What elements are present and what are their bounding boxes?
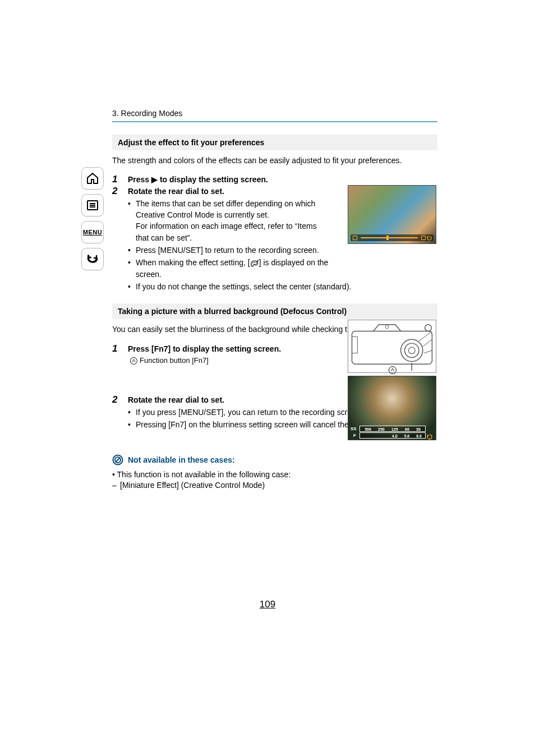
svg-line-18 — [423, 339, 432, 347]
prohibit-icon — [112, 454, 123, 465]
step-number: 2 — [112, 186, 128, 197]
sidebar: MENU — [81, 167, 107, 275]
menu-label: MENU — [83, 229, 102, 236]
slider-right-icon — [421, 236, 426, 240]
sec2-step2-title: Rotate the rear dial to set. — [128, 395, 224, 404]
step2-title: Rotate the rear dial to set. — [128, 187, 224, 196]
effect-slider — [350, 234, 433, 241]
na-line1: This function is not available in the fo… — [117, 470, 291, 479]
section1-intro: The strength and colors of the effects c… — [112, 155, 437, 166]
effect-preview-illustration — [348, 185, 436, 244]
step2-b3-pre: When making the effect setting, [ — [136, 258, 250, 267]
not-available-title: Not available in these cases: — [128, 455, 235, 464]
svg-point-4 — [252, 262, 253, 263]
reset-icon — [426, 432, 433, 437]
svg-point-5 — [254, 261, 255, 262]
section1-title: Adjust the effect to fit your preference… — [112, 135, 437, 150]
svg-line-9 — [116, 458, 120, 462]
chapter-title: 3. Recording Modes — [112, 109, 437, 118]
step2-b4: If you do not change the settings, selec… — [136, 281, 437, 292]
svg-point-6 — [256, 262, 257, 264]
svg-line-17 — [419, 331, 432, 342]
back-icon — [86, 252, 99, 266]
step2-b2: Press [MENU/SET] to return to the record… — [136, 245, 330, 256]
ss-scale: 5002501256030 — [360, 426, 425, 432]
home-icon — [86, 172, 99, 185]
svg-point-14 — [401, 339, 423, 361]
step2-b1b-post: ”. — [187, 233, 192, 242]
slider-left-icon — [353, 236, 357, 240]
f-scale: 4.05.68.0 — [360, 433, 425, 439]
svg-point-13 — [425, 325, 432, 331]
sec2-step1-caption: Function button [Fn7] — [140, 356, 209, 365]
svg-rect-10 — [352, 331, 432, 365]
svg-point-16 — [408, 347, 415, 354]
not-available-block: Not available in these cases: • This fun… — [112, 454, 437, 490]
section2-title: Taking a picture with a blurred backgrou… — [112, 303, 437, 319]
step-number: 1 — [112, 343, 128, 354]
step-number: 1 — [112, 174, 128, 185]
ss-label: SS — [350, 426, 357, 431]
reset-icon — [427, 236, 432, 241]
step2-b1a: The items that can be set differ dependi… — [136, 199, 315, 219]
diagram-callout: A — [389, 366, 396, 374]
home-button[interactable] — [81, 167, 104, 190]
toc-icon — [86, 199, 99, 212]
defocus-preview-illustration: SS F 5002501256030 4.05.68.0 — [348, 376, 436, 440]
caption-marker: A — [130, 357, 137, 365]
f-label: F — [353, 433, 356, 438]
step1-title: Press ▶ to display the setting screen. — [128, 175, 268, 184]
menu-button[interactable]: MENU — [81, 221, 104, 243]
page-number[interactable]: 109 — [0, 599, 535, 610]
camera-top-illustration — [348, 320, 436, 373]
palette-effect-icon — [250, 260, 259, 268]
page: MENU 3. Recording Modes Adjust the effec… — [0, 0, 535, 756]
sec2-step1-title: Press [Fn7] to display the setting scree… — [128, 344, 281, 353]
divider — [112, 121, 437, 122]
svg-point-15 — [405, 343, 419, 357]
toc-button[interactable] — [81, 194, 104, 216]
svg-line-19 — [424, 351, 432, 353]
back-button[interactable] — [81, 248, 104, 270]
na-line2: [Miniature Effect] (Creative Control Mod… — [120, 481, 265, 490]
svg-rect-11 — [352, 336, 358, 353]
step2-b1b-pre: For information on each image effect, re… — [136, 222, 297, 231]
step-number: 2 — [112, 394, 128, 405]
svg-point-12 — [385, 325, 389, 329]
